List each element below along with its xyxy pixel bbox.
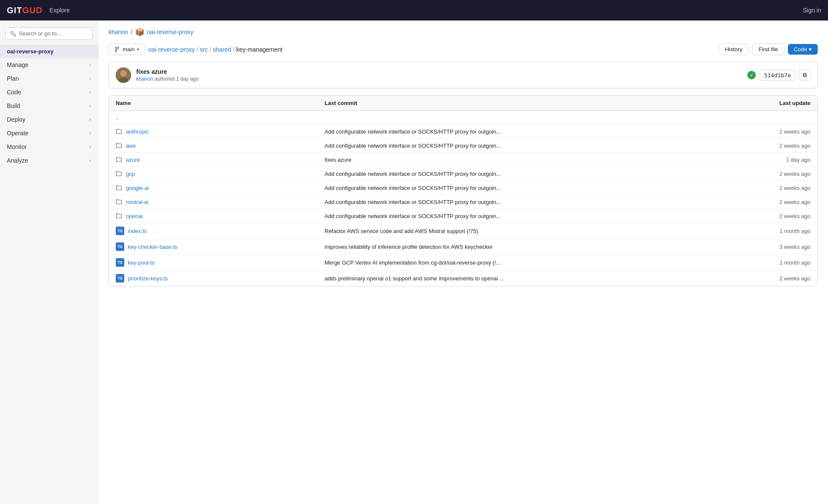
table-row: gcp Add configurable network interface o… bbox=[109, 167, 817, 181]
avatar bbox=[116, 67, 131, 83]
commit-msg-cell: Add configurable network interface or SO… bbox=[325, 199, 742, 205]
file-name-cell[interactable]: mistral-ai bbox=[116, 198, 325, 205]
parent-dir-link[interactable]: .. bbox=[116, 114, 325, 121]
file-name-cell[interactable]: google-ai bbox=[116, 184, 325, 191]
logo-gud: GUD bbox=[22, 6, 42, 15]
commit-msg-cell: adds preliminary openai o1 support and s… bbox=[325, 275, 742, 282]
sidebar-item-manage[interactable]: Manage› bbox=[0, 58, 98, 72]
col-commit: Last commit bbox=[325, 100, 742, 106]
file-table-header: Name Last commit Last update bbox=[109, 96, 817, 111]
commit-message: fixes azure bbox=[136, 68, 742, 75]
file-name-cell[interactable]: gcp bbox=[116, 170, 325, 177]
file-name-text: anthropic bbox=[126, 128, 149, 135]
commit-msg-cell: Add configurable network interface or SO… bbox=[325, 213, 742, 219]
commit-hash: 514d1b7e bbox=[759, 70, 796, 81]
commit-right-actions: ✓ 514d1b7e ⧉ bbox=[747, 70, 810, 81]
sidebar-repo-name[interactable]: oai-reverse-proxy bbox=[0, 45, 98, 58]
copy-hash-button[interactable]: ⧉ bbox=[799, 70, 810, 81]
file-name-cell[interactable]: azure bbox=[116, 156, 325, 163]
page-layout: 🔍 Search or go to... oai-reverse-proxy M… bbox=[0, 20, 828, 504]
table-row: azure fixes azure 1 day ago bbox=[109, 153, 817, 167]
chevron-icon-manage: › bbox=[89, 62, 91, 68]
branch-selector[interactable]: main ▾ bbox=[108, 44, 145, 55]
file-name-text: mistral-ai bbox=[126, 199, 149, 205]
last-update-cell: 2 weeks ago bbox=[742, 213, 810, 219]
sidebar-item-monitor[interactable]: Monitor› bbox=[0, 140, 98, 154]
folder-icon bbox=[116, 128, 123, 135]
commit-msg-cell: Add configurable network interface or SO… bbox=[325, 171, 742, 177]
branch-name: main bbox=[123, 46, 135, 52]
svg-point-0 bbox=[115, 47, 117, 48]
path-repo-link[interactable]: oai-reverse-proxy bbox=[148, 46, 195, 53]
last-update-cell: 1 day ago bbox=[742, 157, 810, 163]
path-shared-link[interactable]: shared bbox=[213, 46, 231, 53]
folder-icon bbox=[116, 198, 123, 205]
sidebar-item-analyze[interactable]: Analyze› bbox=[0, 154, 98, 167]
sidebar-item-code[interactable]: Code› bbox=[0, 85, 98, 99]
breadcrumb-owner[interactable]: khanon bbox=[108, 29, 128, 35]
logo[interactable]: GITGUD bbox=[7, 6, 43, 15]
sidebar-item-operate[interactable]: Operate› bbox=[0, 126, 98, 140]
commit-msg-cell: Add configurable network interface or SO… bbox=[325, 143, 742, 149]
file-name-cell[interactable]: TS prioritize-keys.ts bbox=[116, 274, 325, 283]
search-icon: 🔍 bbox=[10, 31, 16, 37]
path-breadcrumb: oai-reverse-proxy / src / shared / key-m… bbox=[148, 46, 715, 53]
file-name-cell[interactable]: openai bbox=[116, 213, 325, 219]
history-button[interactable]: History bbox=[719, 44, 749, 55]
file-name-text: key-checker-base.ts bbox=[128, 244, 177, 250]
table-row: mistral-ai Add configurable network inte… bbox=[109, 195, 817, 209]
file-name-cell[interactable]: TS index.ts bbox=[116, 227, 325, 235]
last-update-cell: 3 weeks ago bbox=[742, 244, 810, 250]
copy-icon: ⧉ bbox=[803, 72, 807, 78]
sidebar-item-build[interactable]: Build› bbox=[0, 99, 98, 113]
main-content: khanon / 📦 oai-reverse-proxy main ▾ oai-… bbox=[98, 20, 828, 504]
commit-msg-cell: Add configurable network interface or SO… bbox=[325, 128, 742, 135]
commit-author[interactable]: khanon bbox=[136, 76, 153, 82]
table-row: openai Add configurable network interfac… bbox=[109, 209, 817, 223]
find-file-button[interactable]: Find file bbox=[752, 44, 784, 55]
table-row: aws Add configurable network interface o… bbox=[109, 139, 817, 153]
file-name-text: google-ai bbox=[126, 185, 149, 191]
file-name-cell[interactable]: anthropic bbox=[116, 128, 325, 135]
last-update-cell: 1 month ago bbox=[742, 228, 810, 234]
ts-icon: TS bbox=[116, 258, 124, 267]
folder-icon bbox=[116, 170, 123, 177]
path-src-link[interactable]: src bbox=[200, 46, 208, 53]
sidebar-item-label-code: Code bbox=[7, 89, 21, 96]
sidebar-item-label-analyze: Analyze bbox=[7, 157, 28, 164]
file-name-text: key-pool.ts bbox=[128, 259, 155, 266]
file-name-text: gcp bbox=[126, 171, 135, 177]
code-button[interactable]: Code ▾ bbox=[788, 44, 818, 55]
breadcrumb-repo[interactable]: oai-reverse-proxy bbox=[147, 29, 193, 35]
sidebar-item-label-manage: Manage bbox=[7, 61, 29, 68]
top-navigation: GITGUD Explore Sign in bbox=[0, 0, 828, 20]
branch-icon bbox=[114, 47, 120, 52]
toolbar-actions: History Find file Code ▾ bbox=[719, 44, 818, 55]
path-current: key-management bbox=[236, 46, 282, 53]
sidebar: 🔍 Search or go to... oai-reverse-proxy M… bbox=[0, 20, 98, 504]
commit-time: 1 day ago bbox=[176, 76, 199, 82]
chevron-icon-build: › bbox=[89, 103, 91, 109]
svg-point-2 bbox=[115, 51, 117, 52]
file-name-cell[interactable]: TS key-pool.ts bbox=[116, 258, 325, 267]
signin-link[interactable]: Sign in bbox=[803, 7, 821, 14]
folder-icon bbox=[116, 156, 123, 163]
explore-link[interactable]: Explore bbox=[50, 7, 70, 14]
breadcrumb-sep1: / bbox=[131, 29, 132, 35]
sidebar-nav: Manage›Plan›Code›Build›Deploy›Operate›Mo… bbox=[0, 58, 98, 167]
toolbar: main ▾ oai-reverse-proxy / src / shared … bbox=[108, 44, 818, 55]
ts-icon: TS bbox=[116, 274, 124, 283]
sidebar-item-plan[interactable]: Plan› bbox=[0, 72, 98, 85]
sidebar-item-label-operate: Operate bbox=[7, 130, 29, 137]
last-update-cell: 2 weeks ago bbox=[742, 275, 810, 282]
search-bar[interactable]: 🔍 Search or go to... bbox=[5, 27, 93, 40]
file-name-cell[interactable]: aws bbox=[116, 142, 325, 149]
commit-msg-cell: Add configurable network interface or SO… bbox=[325, 185, 742, 191]
chevron-icon-deploy: › bbox=[89, 117, 91, 122]
table-row: TS index.ts Refactor AWS service code an… bbox=[109, 223, 817, 239]
sidebar-item-deploy[interactable]: Deploy› bbox=[0, 113, 98, 126]
branch-chevron-icon: ▾ bbox=[137, 47, 139, 52]
table-row: TS key-checker-base.ts improves reliabil… bbox=[109, 239, 817, 255]
last-update-cell: 2 weeks ago bbox=[742, 199, 810, 205]
file-name-cell[interactable]: TS key-checker-base.ts bbox=[116, 242, 325, 251]
